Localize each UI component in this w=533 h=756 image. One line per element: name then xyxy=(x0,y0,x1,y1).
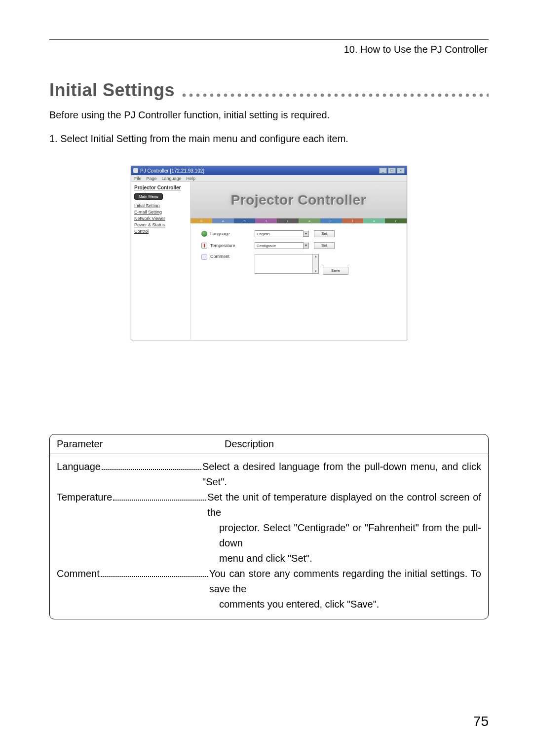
set-button-language[interactable]: Set xyxy=(314,230,335,237)
color-seg: e xyxy=(363,218,385,223)
param-desc-cont: comments you entered, click "Save". xyxy=(57,597,481,612)
main-menu-button[interactable]: Main Menu xyxy=(134,193,163,200)
row-language: Language English ▾ Set xyxy=(201,230,396,237)
dot-leader-icon xyxy=(102,462,201,470)
temperature-value: Centigrade xyxy=(257,244,276,248)
dot-leader-icon xyxy=(113,492,206,501)
language-select[interactable]: English xyxy=(255,230,304,237)
param-desc-cont: menu and click "Set". xyxy=(57,551,481,566)
app-icon xyxy=(133,168,138,173)
set-button-temperature[interactable]: Set xyxy=(314,242,335,249)
chapter-title: 10. How to Use the PJ Controller xyxy=(49,44,489,55)
chevron-down-icon[interactable]: ▾ xyxy=(303,231,309,237)
color-seg: t xyxy=(255,218,277,223)
color-seg: l xyxy=(342,218,364,223)
maximize-button[interactable]: □ xyxy=(388,168,396,174)
temperature-label: Temperature xyxy=(210,243,255,248)
sidebar-link-initial-setting[interactable]: Initial Setting xyxy=(134,203,187,208)
table-row: Language Select a desired language from … xyxy=(57,459,481,490)
param-desc: You can store any comments regarding the… xyxy=(209,566,481,597)
col-header-parameter: Parameter xyxy=(50,434,218,454)
row-temperature: Temperature Centigrade ▾ Set xyxy=(201,242,396,249)
chevron-down-icon[interactable]: ▾ xyxy=(303,243,309,249)
dot-leader-icon xyxy=(101,569,208,577)
table-row: Temperature Set the unit of temperature … xyxy=(57,490,481,520)
sidebar-link-network-viewer[interactable]: Network Viewer xyxy=(134,216,187,221)
step-1-text: 1. Select Initial Setting from the main … xyxy=(49,131,489,146)
color-seg: C xyxy=(190,218,212,223)
language-label: Language xyxy=(210,231,255,236)
scrollbar[interactable]: ▴ ▾ xyxy=(312,254,318,273)
window-title: PJ Controller [172.21.93.102] xyxy=(140,168,379,174)
save-button[interactable]: Save xyxy=(323,267,348,275)
heading-row: Initial Settings xyxy=(49,80,489,101)
menu-bar: File Page Language Help xyxy=(131,175,407,182)
language-value: English xyxy=(257,232,269,236)
param-name-temperature: Temperature xyxy=(57,490,112,505)
comment-textarea[interactable]: ▴ ▾ xyxy=(255,254,319,274)
menu-language[interactable]: Language xyxy=(162,176,182,181)
col-header-description: Description xyxy=(218,434,281,454)
close-button[interactable]: × xyxy=(397,168,405,174)
minimize-button[interactable]: _ xyxy=(379,168,387,174)
color-seg: r xyxy=(385,218,407,223)
color-seg: r xyxy=(277,218,299,223)
color-seg: n xyxy=(234,218,256,223)
sidebar-link-power-status[interactable]: Power & Status xyxy=(134,222,187,227)
row-comment: Comment ▴ ▾ Save xyxy=(201,254,396,275)
table-header-row: Parameter Description xyxy=(50,434,488,454)
app-window: PJ Controller [172.21.93.102] _ □ × File… xyxy=(131,166,407,340)
comment-icon xyxy=(201,254,207,260)
sidebar-link-control[interactable]: Control xyxy=(134,229,187,234)
main-panel: Projector Controller C o n t r o l l e r xyxy=(190,182,407,340)
parameter-table: Parameter Description Language Select a … xyxy=(49,434,489,619)
menu-page[interactable]: Page xyxy=(147,176,157,181)
param-name-language: Language xyxy=(57,459,101,474)
scroll-up-icon[interactable]: ▴ xyxy=(313,254,318,258)
param-desc: Set the unit of temperature displayed on… xyxy=(207,490,481,520)
page-heading: Initial Settings xyxy=(49,80,175,101)
color-bar: C o n t r o l l e r xyxy=(190,218,407,223)
globe-icon xyxy=(201,231,207,237)
screenshot-container: PJ Controller [172.21.93.102] _ □ × File… xyxy=(49,166,489,340)
intro-text: Before using the PJ Controller function,… xyxy=(49,108,489,122)
sidebar-link-email-setting[interactable]: E-mail Setting xyxy=(134,210,187,215)
thermometer-icon xyxy=(201,243,207,249)
color-seg: o xyxy=(212,218,234,223)
table-row: Comment You can store any comments regar… xyxy=(57,566,481,597)
scroll-down-icon[interactable]: ▾ xyxy=(313,269,318,273)
menu-file[interactable]: File xyxy=(134,176,142,181)
page-number: 75 xyxy=(473,714,489,729)
temperature-select[interactable]: Centigrade xyxy=(255,242,304,249)
table-body: Language Select a desired language from … xyxy=(50,454,488,619)
param-desc-cont: projector. Select "Centigrade" or "Fahre… xyxy=(57,520,481,551)
sidebar-title: Projector Controller xyxy=(134,185,187,190)
param-name-comment: Comment xyxy=(57,566,100,581)
sidebar: Projector Controller Main Menu Initial S… xyxy=(131,182,190,340)
color-seg: l xyxy=(320,218,342,223)
top-rule xyxy=(49,39,489,40)
param-desc: Select a desired language from the pull-… xyxy=(202,459,481,490)
dot-leader-icon xyxy=(181,93,489,98)
color-seg: o xyxy=(299,218,320,223)
banner-title: Projector Controller xyxy=(190,182,407,218)
window-titlebar: PJ Controller [172.21.93.102] _ □ × xyxy=(131,166,407,175)
menu-help[interactable]: Help xyxy=(187,176,196,181)
comment-label: Comment xyxy=(210,254,255,259)
